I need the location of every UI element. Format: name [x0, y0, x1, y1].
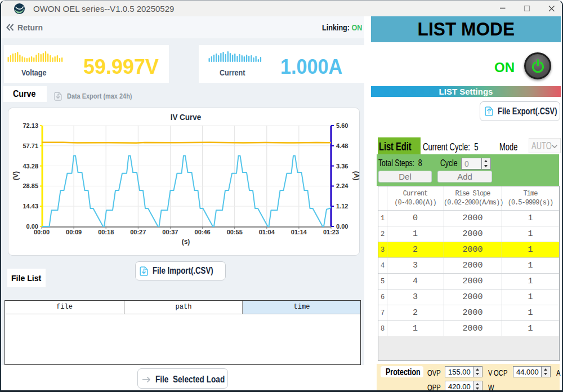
svg-text:00:18: 00:18 [98, 229, 114, 235]
svg-text:4.48: 4.48 [336, 142, 348, 149]
svg-text:1.12: 1.12 [336, 203, 348, 210]
svg-text:43.28: 43.28 [23, 163, 38, 170]
svg-text:3.36: 3.36 [336, 163, 348, 170]
svg-text:IV Curve: IV Curve [171, 112, 202, 122]
svg-text:01:14: 01:14 [291, 229, 307, 235]
svg-text:00:55: 00:55 [227, 229, 243, 235]
svg-text:00:46: 00:46 [195, 229, 211, 235]
svg-text:57.71: 57.71 [23, 142, 38, 149]
svg-text:0.00: 0.00 [336, 223, 348, 230]
svg-text:28.85: 28.85 [23, 182, 38, 189]
svg-text:2.24: 2.24 [336, 182, 348, 189]
svg-text:00:27: 00:27 [130, 229, 146, 235]
svg-text:(s): (s) [182, 238, 190, 246]
svg-text:0.00: 0.00 [26, 223, 38, 230]
svg-text:5.60: 5.60 [336, 122, 348, 129]
svg-text:01:04: 01:04 [259, 229, 275, 235]
svg-text:00:37: 00:37 [162, 229, 178, 235]
svg-text:00:09: 00:09 [66, 229, 82, 235]
svg-text:14.43: 14.43 [23, 203, 38, 210]
svg-text:(V): (V) [12, 171, 20, 180]
svg-text:72.13: 72.13 [23, 122, 38, 129]
svg-text:(A): (A) [352, 171, 360, 181]
